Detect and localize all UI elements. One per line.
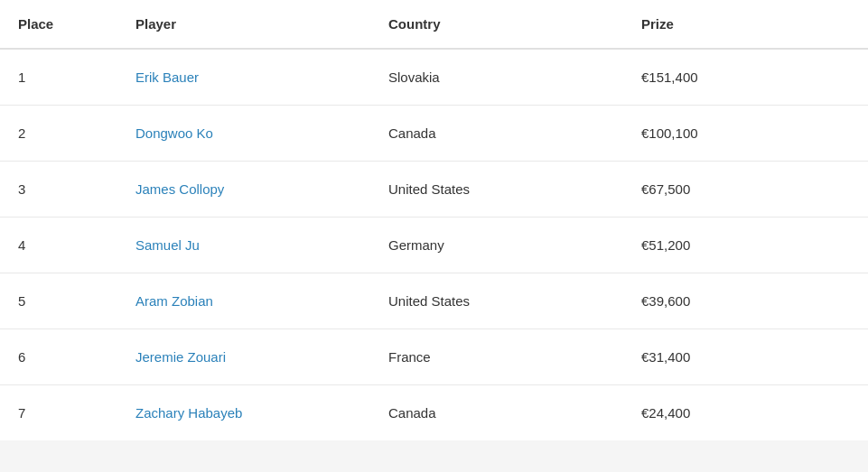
cell-player: Jeremie Zouari [117,329,370,385]
table-row: 4Samuel JuGermany€51,200 [0,217,868,273]
cell-prize: €51,200 [623,217,868,273]
table-row: 6Jeremie ZouariFrance€31,400 [0,329,868,385]
player-link[interactable]: James Collopy [135,181,224,197]
cell-country: United States [370,162,623,217]
cell-prize: €39,600 [623,273,868,329]
cell-place: 6 [0,329,117,385]
table-row: 7Zachary HabayebCanada€24,400 [0,385,868,441]
results-table-container: Place Player Country Prize 1Erik BauerSl… [0,0,868,440]
player-link[interactable]: Aram Zobian [135,293,213,309]
cell-player: Zachary Habayeb [117,385,370,441]
table-row: 3James CollopyUnited States€67,500 [0,162,868,217]
cell-player: Aram Zobian [117,273,370,329]
table-row: 5Aram ZobianUnited States€39,600 [0,273,868,329]
cell-place: 5 [0,273,117,329]
player-link[interactable]: Zachary Habayeb [135,405,242,421]
header-player: Player [117,0,370,49]
cell-country: United States [370,273,623,329]
cell-place: 2 [0,106,117,162]
header-country: Country [370,0,623,49]
cell-place: 7 [0,385,117,441]
cell-country: France [370,329,623,385]
table-header-row: Place Player Country Prize [0,0,868,49]
cell-prize: €24,400 [623,385,868,441]
cell-prize: €151,400 [623,49,868,106]
cell-player: James Collopy [117,162,370,217]
player-link[interactable]: Erik Bauer [135,69,199,85]
player-link[interactable]: Jeremie Zouari [135,349,226,365]
cell-prize: €31,400 [623,329,868,385]
cell-player: Samuel Ju [117,217,370,273]
header-place: Place [0,0,117,49]
player-link[interactable]: Samuel Ju [135,237,200,253]
cell-player: Erik Bauer [117,49,370,106]
player-link[interactable]: Dongwoo Ko [135,125,213,141]
header-prize: Prize [623,0,868,49]
cell-prize: €67,500 [623,162,868,217]
cell-country: Slovakia [370,49,623,106]
cell-place: 1 [0,49,117,106]
results-table: Place Player Country Prize 1Erik BauerSl… [0,0,868,440]
cell-player: Dongwoo Ko [117,106,370,162]
table-row: 2Dongwoo KoCanada€100,100 [0,106,868,162]
cell-prize: €100,100 [623,106,868,162]
cell-country: Canada [370,385,623,441]
cell-place: 3 [0,162,117,217]
cell-country: Canada [370,106,623,162]
cell-place: 4 [0,217,117,273]
table-row: 1Erik BauerSlovakia€151,400 [0,49,868,106]
cell-country: Germany [370,217,623,273]
